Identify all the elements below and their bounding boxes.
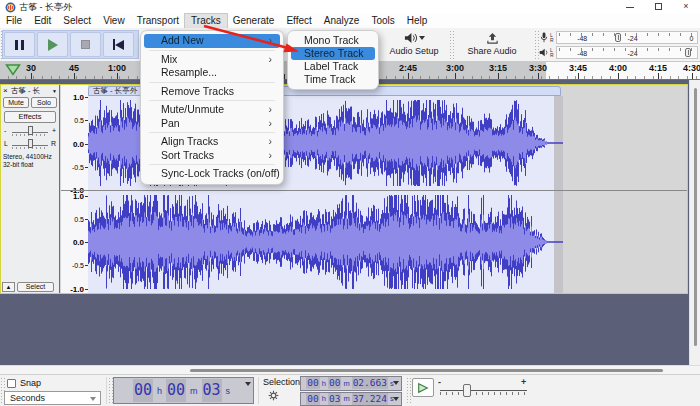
loop-pin-icon[interactable] bbox=[5, 64, 21, 76]
menubar-item-analyze[interactable]: Analyze bbox=[318, 14, 366, 28]
track-title[interactable]: 古筝 - 长 bbox=[11, 86, 52, 96]
submenu-item-time-track[interactable]: Time Track bbox=[291, 73, 375, 86]
playback-volume-slider[interactable] bbox=[685, 48, 691, 57]
menubar-item-edit[interactable]: Edit bbox=[28, 14, 57, 28]
recording-meter[interactable]: LR -48 -24 0 bbox=[539, 30, 698, 45]
pan-slider-handle[interactable] bbox=[28, 139, 33, 148]
gain-slider-handle[interactable] bbox=[28, 126, 33, 135]
amp-scale-label: 1.0 bbox=[73, 93, 84, 102]
effects-button[interactable]: Effects bbox=[4, 111, 56, 123]
menu-item-align-tracks[interactable]: Align Tracks› bbox=[144, 135, 280, 149]
recording-meter-bar[interactable]: -48 -24 0 bbox=[556, 31, 698, 44]
menu-separator bbox=[149, 100, 275, 101]
menu-separator bbox=[149, 164, 275, 165]
audio-setup-button[interactable]: Audio Setup bbox=[379, 30, 449, 60]
ruler-label-30: 30 bbox=[26, 63, 36, 73]
menu-bar: FileEditSelectViewTransportTracksGenerat… bbox=[0, 14, 700, 28]
channel-divider bbox=[61, 190, 687, 191]
menu-item-resample[interactable]: Resample... bbox=[144, 66, 280, 80]
play-at-speed-button[interactable] bbox=[412, 378, 434, 397]
play-button[interactable] bbox=[37, 32, 68, 57]
track-menu-dropdown-icon[interactable]: ▼ bbox=[52, 88, 57, 94]
chevron-down-icon[interactable] bbox=[393, 381, 399, 385]
close-button[interactable]: × bbox=[680, 2, 692, 12]
skip-to-start-button[interactable] bbox=[103, 32, 134, 57]
maximize-button[interactable] bbox=[652, 2, 664, 12]
menu-item-add-new[interactable]: Add New› bbox=[144, 34, 280, 48]
gain-slider[interactable]: - + bbox=[4, 124, 56, 137]
snap-checkbox[interactable] bbox=[7, 379, 16, 388]
menu-item-sort-tracks[interactable]: Sort Tracks› bbox=[144, 149, 280, 163]
playback-meter[interactable]: LR -48 -24 bbox=[539, 45, 698, 60]
gear-icon[interactable] bbox=[268, 390, 279, 401]
tracks-menu: Add New›Mix›Resample...Remove TracksMute… bbox=[140, 30, 284, 185]
ruler-label-2-45: 2:45 bbox=[399, 63, 417, 73]
menu-item-remove-tracks[interactable]: Remove Tracks bbox=[144, 85, 280, 99]
menu-item-pan[interactable]: Pan› bbox=[144, 117, 280, 131]
window-title: 古筝 - 长亭外 bbox=[19, 1, 72, 14]
select-track-button[interactable]: Select bbox=[17, 282, 54, 292]
mute-button[interactable]: Mute bbox=[3, 97, 29, 108]
track-close-icon[interactable]: × bbox=[3, 86, 11, 95]
track-control-panel: × 古筝 - 长 ▼ Mute Solo Effects - + L R bbox=[1, 85, 60, 293]
menubar-item-effect[interactable]: Effect bbox=[280, 14, 317, 28]
selection-start-display[interactable]: 00h00m02.663s bbox=[300, 376, 402, 391]
chevron-down-icon[interactable] bbox=[245, 382, 251, 386]
horizontal-scrollbar[interactable] bbox=[0, 365, 700, 374]
ruler-label-3-30: 3:30 bbox=[529, 63, 547, 73]
menubar-item-tracks[interactable]: Tracks bbox=[185, 14, 227, 28]
menubar-item-select[interactable]: Select bbox=[57, 14, 97, 28]
speed-slider-track[interactable] bbox=[440, 390, 527, 391]
vertical-scrollbar[interactable] bbox=[689, 80, 700, 365]
vertical-scrollbar-thumb[interactable] bbox=[694, 88, 697, 346]
pan-slider[interactable]: L R bbox=[4, 137, 56, 150]
add-new-submenu: Mono TrackStereo TrackLabel TrackTime Tr… bbox=[287, 30, 379, 90]
pause-button[interactable] bbox=[4, 32, 35, 57]
toolbar-separator bbox=[106, 377, 107, 404]
menubar-item-file[interactable]: File bbox=[0, 14, 28, 28]
submenu-arrow-icon: › bbox=[269, 135, 273, 149]
submenu-item-label-track[interactable]: Label Track bbox=[291, 60, 375, 73]
menu-item-mute-unmute[interactable]: Mute/Unmute› bbox=[144, 103, 280, 117]
audio-position-display[interactable]: 00h00m03s bbox=[113, 377, 254, 404]
playback-meter-bar[interactable]: -48 -24 bbox=[556, 46, 698, 59]
skip-to-start-icon bbox=[113, 39, 124, 50]
recording-volume-slider[interactable] bbox=[615, 33, 621, 42]
meter-toolbar: LR -48 -24 0 LR -48 -24 bbox=[539, 30, 698, 60]
menubar-item-view[interactable]: View bbox=[97, 14, 131, 28]
menubar-item-tools[interactable]: Tools bbox=[365, 14, 400, 28]
speed-slider-ticks bbox=[440, 392, 527, 395]
amp-scale-label: 1.0 bbox=[73, 191, 84, 200]
ruler-tick bbox=[578, 73, 579, 79]
track-view-area[interactable]: × 古筝 - 长 ▼ Mute Solo Effects - + L R bbox=[0, 80, 689, 365]
menu-item-mix[interactable]: Mix› bbox=[144, 53, 280, 67]
snap-mode-select[interactable]: Seconds bbox=[4, 391, 101, 405]
horizontal-scrollbar-thumb[interactable] bbox=[190, 369, 663, 372]
track-bitdepth-info: 32-bit float bbox=[3, 161, 57, 169]
menubar-item-help[interactable]: Help bbox=[401, 14, 434, 28]
toolbar-grip[interactable] bbox=[406, 377, 411, 405]
collapse-track-button[interactable]: ▲ bbox=[2, 282, 15, 292]
menu-item-sync-lock-tracks-on-off[interactable]: Sync-Lock Tracks (on/off) bbox=[144, 167, 280, 181]
amp-scale-label: -0.5 bbox=[72, 163, 84, 170]
stop-button[interactable] bbox=[70, 32, 101, 57]
share-audio-button[interactable]: Share Audio bbox=[452, 30, 532, 60]
submenu-item-mono-track[interactable]: Mono Track bbox=[291, 34, 375, 47]
selection-end-display[interactable]: 00h03m37.224s bbox=[300, 392, 402, 406]
minimize-button[interactable] bbox=[624, 2, 636, 12]
submenu-item-stereo-track[interactable]: Stereo Track bbox=[291, 47, 375, 60]
title-bar: 古筝 - 长亭外 × bbox=[0, 0, 700, 14]
play-at-speed-icon bbox=[417, 382, 429, 394]
upload-icon bbox=[486, 32, 499, 45]
speed-slider-handle[interactable] bbox=[463, 384, 471, 397]
audio-track: × 古筝 - 长 ▼ Mute Solo Effects - + L R bbox=[0, 84, 688, 294]
ruler-label-3-45: 3:45 bbox=[569, 63, 587, 73]
chevron-down-icon[interactable] bbox=[393, 397, 399, 401]
menubar-item-generate[interactable]: Generate bbox=[227, 14, 281, 28]
menubar-item-transport[interactable]: Transport bbox=[131, 14, 185, 28]
amplitude-ruler[interactable]: 1.00.50.0-0.5-1.01.00.50.0-0.5-1.0 bbox=[61, 85, 88, 293]
amp-scale-label: 0.0 bbox=[73, 139, 84, 148]
chevron-down-icon bbox=[419, 36, 425, 40]
solo-button[interactable]: Solo bbox=[31, 97, 57, 108]
ruler-label-4-00: 4:00 bbox=[609, 63, 627, 73]
